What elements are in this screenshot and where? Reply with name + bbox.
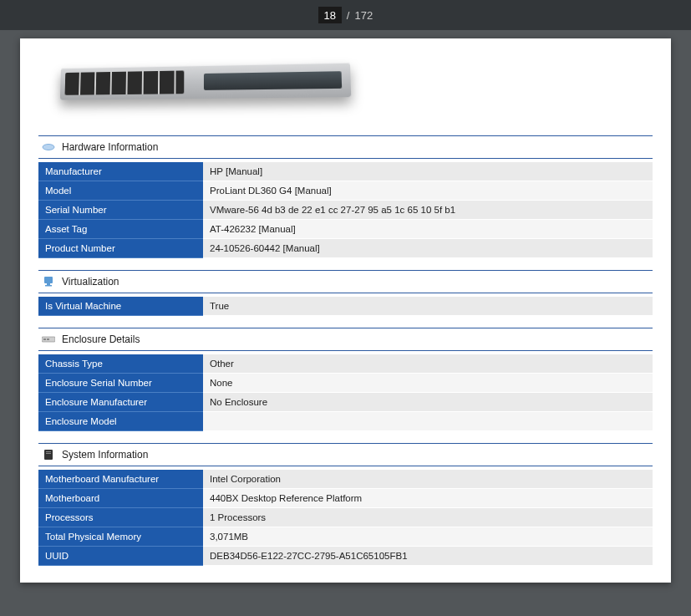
table-row: Chassis TypeOther [38, 354, 653, 374]
chip-icon [42, 142, 55, 152]
svg-rect-9 [46, 453, 51, 454]
section-title: Enclosure Details [62, 333, 140, 345]
row-value: AT-426232 [Manual] [203, 220, 653, 239]
table-row: Total Physical Memory3,071MB [38, 527, 653, 547]
row-label: Enclosure Model [38, 412, 203, 431]
info-table: Motherboard ManufacturerIntel Corporatio… [38, 470, 653, 566]
table-row: Serial NumberVMware-56 4d b3 de 22 e1 cc… [38, 201, 653, 220]
row-value: 440BX Desktop Reference Platform [203, 489, 653, 508]
svg-rect-2 [47, 283, 50, 285]
row-value: 24-10526-60442 [Manual] [203, 239, 653, 258]
svg-rect-5 [43, 339, 46, 340]
row-value: No Enclosure [203, 393, 653, 412]
svg-rect-3 [45, 285, 52, 287]
row-label: Total Physical Memory [38, 527, 203, 547]
section: Enclosure DetailsChassis TypeOtherEnclos… [38, 328, 653, 431]
section-header: Hardware Information [38, 135, 653, 159]
svg-rect-8 [46, 451, 51, 452]
row-value: 1 Processors [203, 508, 653, 527]
info-table: Is Virtual MachineTrue [38, 297, 653, 316]
section-title: Virtualization [62, 276, 119, 288]
row-label: Product Number [38, 239, 203, 258]
row-label: UUID [38, 547, 203, 566]
row-value: True [203, 297, 653, 316]
enclosure-icon [42, 334, 55, 344]
section: VirtualizationIs Virtual MachineTrue [38, 270, 653, 316]
table-row: UUIDDEB34D56-E122-27CC-2795-A51C65105FB1 [38, 547, 653, 566]
row-value: 3,071MB [203, 527, 653, 547]
row-value: None [203, 374, 653, 393]
section-title: Hardware Information [62, 141, 158, 153]
row-value: DEB34D56-E122-27CC-2795-A51C65105FB1 [203, 547, 653, 566]
document-viewport[interactable]: Hardware InformationManufacturerHP [Manu… [0, 30, 691, 616]
page-total: 172 [354, 9, 373, 22]
table-row: Asset TagAT-426232 [Manual] [38, 220, 653, 239]
svg-point-0 [43, 145, 54, 150]
section: Hardware InformationManufacturerHP [Manu… [38, 135, 653, 258]
row-label: Is Virtual Machine [38, 297, 203, 316]
svg-rect-7 [44, 450, 53, 460]
row-label: Manufacturer [38, 162, 203, 181]
info-table: ManufacturerHP [Manual]ModelProLiant DL3… [38, 162, 653, 258]
document-page: Hardware InformationManufacturerHP [Manu… [20, 38, 671, 583]
row-value: ProLiant DL360 G4 [Manual] [203, 181, 653, 201]
product-image [38, 60, 356, 120]
section-header: Virtualization [38, 270, 653, 293]
row-label: Model [38, 181, 203, 201]
table-row: Is Virtual MachineTrue [38, 297, 653, 316]
row-label: Motherboard [38, 489, 203, 508]
row-label: Asset Tag [38, 220, 203, 239]
section-title: System Information [62, 449, 148, 461]
svg-rect-1 [44, 277, 53, 283]
row-label: Enclosure Serial Number [38, 374, 203, 393]
table-row: Motherboard ManufacturerIntel Corporatio… [38, 470, 653, 489]
row-value: Other [203, 354, 653, 374]
virtualization-icon [42, 277, 55, 287]
section-header: Enclosure Details [38, 328, 653, 351]
row-value: Intel Corporation [203, 470, 653, 489]
pdf-toolbar: / 172 [0, 0, 691, 30]
row-label: Processors [38, 508, 203, 527]
page-separator: / [347, 9, 350, 22]
row-value: HP [Manual] [203, 162, 653, 181]
table-row: ManufacturerHP [Manual] [38, 162, 653, 181]
table-row: Motherboard440BX Desktop Reference Platf… [38, 489, 653, 508]
row-value [203, 412, 653, 431]
row-label: Motherboard Manufacturer [38, 470, 203, 489]
row-label: Enclosure Manufacturer [38, 393, 203, 412]
row-value: VMware-56 4d b3 de 22 e1 cc 27-27 95 a5 … [203, 201, 653, 220]
info-table: Chassis TypeOtherEnclosure Serial Number… [38, 354, 653, 431]
row-label: Chassis Type [38, 354, 203, 374]
page-number-input[interactable] [318, 7, 342, 23]
table-row: Enclosure Model [38, 412, 653, 431]
section: System InformationMotherboard Manufactur… [38, 443, 653, 566]
table-row: ModelProLiant DL360 G4 [Manual] [38, 181, 653, 201]
section-header: System Information [38, 443, 653, 466]
row-label: Serial Number [38, 201, 203, 220]
table-row: Enclosure Serial NumberNone [38, 374, 653, 393]
svg-rect-6 [47, 339, 49, 340]
table-row: Enclosure ManufacturerNo Enclosure [38, 393, 653, 412]
system-icon [42, 450, 55, 460]
table-row: Processors1 Processors [38, 508, 653, 527]
table-row: Product Number24-10526-60442 [Manual] [38, 239, 653, 258]
